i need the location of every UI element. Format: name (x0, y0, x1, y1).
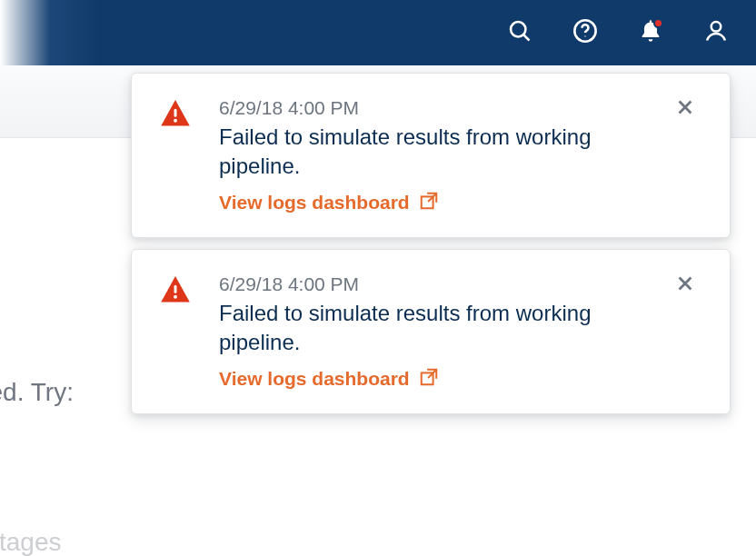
help-button[interactable] (571, 18, 600, 47)
header-fade (0, 0, 100, 65)
external-link-icon (419, 367, 439, 392)
toast-stack: 6/29/18 4:00 PM Failed to simulate resul… (131, 73, 731, 414)
svg-line-1 (523, 35, 529, 40)
view-logs-link[interactable]: View logs dashboard (219, 191, 439, 215)
toast-timestamp: 6/29/18 4:00 PM (219, 273, 661, 295)
content-panel: ired. Try: stages 6/29/18 4:00 PM Failed… (0, 65, 756, 556)
close-icon (675, 104, 695, 120)
toast-message: Failed to simulate results from working … (219, 299, 655, 358)
error-toast: 6/29/18 4:00 PM Failed to simulate resul… (131, 73, 731, 238)
svg-point-0 (511, 22, 525, 36)
dismiss-toast-button[interactable] (675, 273, 702, 297)
toast-body: 6/29/18 4:00 PM Failed to simulate resul… (219, 97, 661, 215)
toast-body: 6/29/18 4:00 PM Failed to simulate resul… (219, 273, 661, 392)
background-text-fragment: stages (0, 524, 62, 556)
error-toast: 6/29/18 4:00 PM Failed to simulate resul… (131, 249, 731, 414)
warning-icon (159, 97, 204, 134)
svg-point-4 (711, 22, 721, 31)
svg-point-12 (174, 295, 177, 299)
background-text-fragment: ired. Try: (0, 374, 74, 410)
account-button[interactable] (701, 18, 731, 47)
user-icon (703, 18, 729, 47)
notifications-button[interactable] (636, 18, 665, 47)
close-icon (675, 281, 695, 296)
svg-rect-5 (174, 109, 177, 117)
top-header (0, 0, 756, 65)
toast-timestamp: 6/29/18 4:00 PM (219, 97, 661, 119)
search-icon (507, 18, 532, 47)
notification-badge (653, 18, 663, 28)
warning-icon (159, 273, 204, 310)
svg-rect-11 (174, 285, 177, 293)
dismiss-toast-button[interactable] (675, 97, 702, 121)
help-icon (572, 18, 598, 47)
search-button[interactable] (505, 18, 534, 47)
link-label: View logs dashboard (219, 368, 410, 390)
toast-message: Failed to simulate results from working … (219, 123, 655, 182)
view-logs-link[interactable]: View logs dashboard (219, 367, 439, 392)
svg-point-6 (174, 119, 177, 123)
svg-point-3 (584, 35, 585, 36)
link-label: View logs dashboard (219, 192, 410, 213)
external-link-icon (419, 191, 439, 215)
